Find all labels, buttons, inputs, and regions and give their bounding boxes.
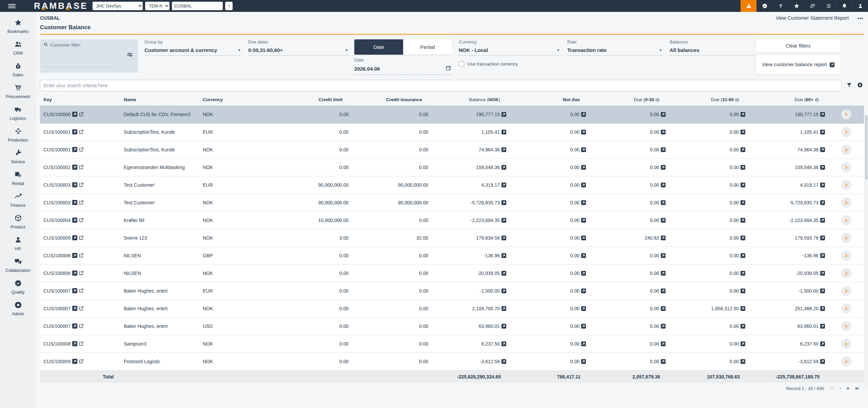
- sidebar-item-hr[interactable]: HR: [0, 233, 36, 254]
- drilldown-link-icon[interactable]: [820, 324, 825, 329]
- drilldown-link-icon[interactable]: [661, 112, 666, 117]
- sidebar-item-product[interactable]: Product: [0, 211, 36, 233]
- external-link-icon[interactable]: [79, 165, 84, 170]
- table-row[interactable]: CUS/100003Test Customer'NOK90,000,000.00…: [40, 194, 864, 211]
- drilldown-link-icon[interactable]: [741, 218, 745, 223]
- last-page-icon[interactable]: [855, 386, 859, 391]
- drilldown-link-icon[interactable]: [581, 183, 586, 187]
- drilldown-link-icon[interactable]: [661, 130, 666, 134]
- drilldown-link-icon[interactable]: [741, 289, 745, 293]
- table-row[interactable]: CUS/100008Sampson3NOK0.000.006,237.500.0…: [40, 335, 864, 353]
- row-expand-button[interactable]: [841, 127, 851, 137]
- drilldown-link-icon[interactable]: [581, 306, 586, 311]
- drilldown-link-icon[interactable]: [661, 306, 666, 311]
- drilldown-link-icon[interactable]: [741, 253, 745, 258]
- drilldown-link-icon[interactable]: [741, 306, 745, 311]
- drilldown-link-icon[interactable]: [501, 130, 506, 134]
- help-icon[interactable]: ?: [772, 0, 788, 12]
- previous-page-icon[interactable]: [838, 386, 842, 391]
- open-record-icon[interactable]: [72, 182, 77, 187]
- sidebar-item-bookmarks[interactable]: Bookmarks: [0, 15, 36, 37]
- sidebar-item-finance[interactable]: Finance: [0, 189, 36, 211]
- open-record-icon[interactable]: [72, 235, 77, 240]
- drilldown-link-icon[interactable]: [741, 165, 745, 170]
- open-record-icon[interactable]: [72, 253, 77, 258]
- column-header-currency[interactable]: Currency: [198, 94, 277, 106]
- drilldown-link-icon[interactable]: [581, 200, 586, 205]
- row-expand-button[interactable]: [841, 215, 851, 225]
- date-picker-field[interactable]: Date 2026.04.08: [354, 57, 452, 75]
- drilldown-link-icon[interactable]: [581, 271, 586, 276]
- sidebar-item-service[interactable]: Service: [0, 146, 36, 167]
- drilldown-link-icon[interactable]: [820, 271, 825, 276]
- user-icon[interactable]: [852, 0, 868, 12]
- external-link-icon[interactable]: [79, 182, 84, 187]
- external-link-icon[interactable]: [79, 218, 84, 223]
- table-row[interactable]: CUS/100002Egenesstranden MultitaskingNOK…: [40, 159, 864, 176]
- drilldown-link-icon[interactable]: [581, 130, 586, 134]
- sidebar-item-sales[interactable]: $Sales: [0, 59, 36, 80]
- rate-dropdown[interactable]: Rate Transaction rate▼: [567, 39, 663, 75]
- drilldown-link-icon[interactable]: [820, 253, 825, 258]
- table-row[interactable]: CUS/100009Postnord LogisticNOK0.000.00-3…: [40, 353, 864, 370]
- drilldown-link-icon[interactable]: [501, 165, 506, 170]
- table-row[interactable]: CUS/100005Sverre 123NOK3.0032.00179,834.…: [40, 229, 864, 247]
- row-expand-button[interactable]: [841, 162, 851, 172]
- drilldown-link-icon[interactable]: [501, 289, 506, 293]
- table-row[interactable]: CUS/100007Baker Hughes, ertertNOK0.000.0…: [40, 300, 864, 317]
- open-record-icon[interactable]: [72, 306, 77, 311]
- drilldown-link-icon[interactable]: [661, 236, 666, 240]
- row-expand-button[interactable]: [841, 356, 851, 367]
- due-dates-dropdown[interactable]: Due dates 0-30,31-60,60+▼: [248, 39, 349, 75]
- column-header-due_31_60[interactable]: Due (31-60 d): [669, 94, 749, 106]
- drilldown-link-icon[interactable]: [820, 130, 825, 134]
- drilldown-link-icon[interactable]: [820, 306, 825, 311]
- drilldown-link-icon[interactable]: [501, 271, 506, 276]
- toggle-period-button[interactable]: Period: [403, 39, 452, 55]
- drilldown-link-icon[interactable]: [581, 359, 586, 364]
- table-row[interactable]: CUS/100001SubscriptionTest, KundeEUR0.00…: [40, 123, 864, 141]
- external-link-icon[interactable]: [79, 253, 84, 258]
- drilldown-link-icon[interactable]: [661, 147, 666, 152]
- row-expand-button[interactable]: [841, 339, 851, 349]
- table-row[interactable]: CUS/100000Default CUS for CDV, Fornavn2N…: [40, 106, 864, 123]
- star-icon[interactable]: [788, 0, 804, 12]
- search-input[interactable]: [40, 80, 842, 91]
- drilldown-link-icon[interactable]: [501, 306, 506, 311]
- row-expand-button[interactable]: [841, 180, 851, 190]
- drilldown-link-icon[interactable]: [741, 130, 745, 134]
- external-link-icon[interactable]: [79, 359, 84, 364]
- sidebar-item-admin[interactable]: Admin: [0, 298, 36, 319]
- filter-settings-icon[interactable]: [126, 51, 134, 60]
- sidebar-item-collaboration[interactable]: Collaboration: [0, 254, 36, 276]
- drilldown-link-icon[interactable]: [741, 183, 745, 187]
- drilldown-link-icon[interactable]: [581, 236, 586, 240]
- program-search-input[interactable]: [172, 2, 223, 10]
- column-header-key[interactable]: Key: [40, 94, 119, 106]
- drilldown-link-icon[interactable]: [820, 112, 825, 117]
- open-record-icon[interactable]: [72, 112, 77, 117]
- drilldown-link-icon[interactable]: [820, 147, 825, 152]
- currency-dropdown[interactable]: Currency NOK - Local▼: [459, 39, 560, 56]
- open-record-icon[interactable]: [72, 271, 77, 276]
- drilldown-link-icon[interactable]: [741, 236, 745, 240]
- row-expand-button[interactable]: [841, 268, 851, 278]
- system-select[interactable]: JHC DevSys: [93, 2, 143, 10]
- drilldown-link-icon[interactable]: [581, 324, 586, 329]
- hamburger-menu-icon[interactable]: [0, 3, 24, 9]
- drilldown-link-icon[interactable]: [501, 236, 506, 240]
- external-link-icon[interactable]: [79, 235, 84, 240]
- external-link-icon[interactable]: [79, 129, 84, 134]
- drilldown-link-icon[interactable]: [501, 183, 506, 187]
- drilldown-link-icon[interactable]: [741, 341, 745, 346]
- use-transaction-currency-checkbox[interactable]: [459, 61, 464, 67]
- table-row[interactable]: CUS/100004Krøller BilNOK10,000,000.000.0…: [40, 211, 864, 229]
- row-expand-button[interactable]: [841, 303, 851, 314]
- view-customer-statement-report-link[interactable]: View Customer Statement Report: [776, 15, 849, 21]
- drilldown-link-icon[interactable]: [501, 324, 506, 329]
- filter-funnel-icon[interactable]: [846, 82, 852, 89]
- more-menu-button[interactable]: •••: [857, 16, 863, 21]
- external-link-icon[interactable]: [79, 288, 84, 293]
- row-expand-button[interactable]: [841, 286, 851, 296]
- column-header-name[interactable]: Name: [119, 94, 198, 106]
